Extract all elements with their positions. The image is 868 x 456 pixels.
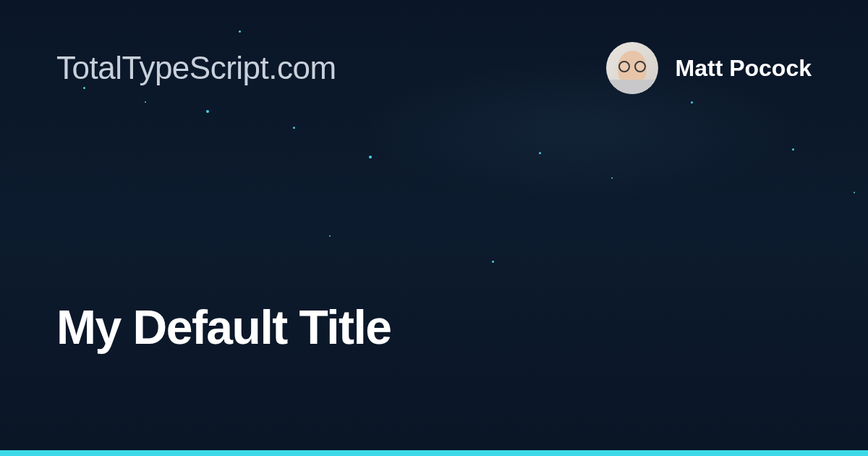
author-block: Matt Pocock: [606, 42, 812, 94]
author-name: Matt Pocock: [676, 55, 812, 82]
page-title: My Default Title: [56, 300, 391, 355]
site-name: TotalTypeScript.com: [56, 50, 336, 86]
accent-bar: [0, 450, 868, 456]
author-avatar: [606, 42, 658, 94]
header: TotalTypeScript.com Matt Pocock: [56, 42, 812, 94]
